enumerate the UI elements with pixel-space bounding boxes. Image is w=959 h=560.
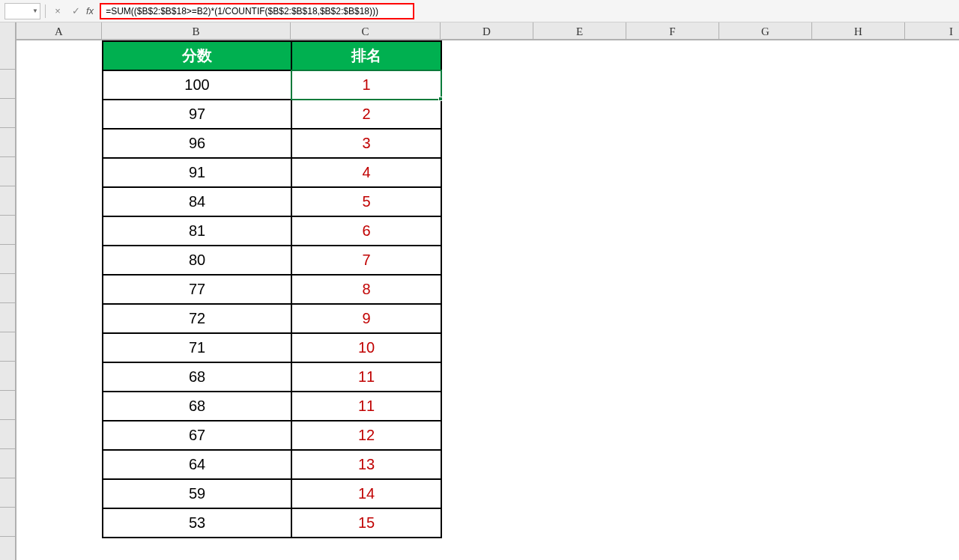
rank-cell[interactable]: 5: [291, 187, 441, 216]
score-cell[interactable]: 71: [103, 333, 291, 362]
header-row: 分数 排名: [103, 41, 441, 70]
column-header-A[interactable]: A: [16, 22, 102, 40]
formula-text: =SUM(($B$2:$B$18>=B2)*(1/COUNTIF($B$2:$B…: [106, 6, 378, 16]
row-header[interactable]: [0, 128, 16, 157]
score-cell[interactable]: 68: [103, 362, 291, 392]
score-cell[interactable]: 96: [103, 129, 291, 158]
grid: 分数 排名 1001972963914845816807778729711068…: [0, 40, 959, 560]
table-row: 1001: [103, 70, 441, 100]
row-header[interactable]: [0, 303, 16, 332]
column-headers: ABCDEFGHI: [0, 22, 959, 40]
table-row: 5914: [103, 479, 441, 508]
score-cell[interactable]: 72: [103, 304, 291, 333]
rank-cell[interactable]: 9: [291, 304, 441, 333]
table-row: 778: [103, 275, 441, 304]
score-cell[interactable]: 84: [103, 187, 291, 216]
rank-cell[interactable]: 1: [291, 70, 441, 100]
table-row: 6712: [103, 421, 441, 450]
score-cell[interactable]: 97: [103, 100, 291, 129]
rank-cell[interactable]: 3: [291, 129, 441, 158]
table-row: 5315: [103, 508, 441, 538]
formula-input[interactable]: =SUM(($B$2:$B$18>=B2)*(1/COUNTIF($B$2:$B…: [100, 3, 414, 19]
score-cell[interactable]: 59: [103, 479, 291, 508]
score-cell[interactable]: 91: [103, 158, 291, 187]
name-box[interactable]: ▼: [4, 3, 40, 19]
score-cell[interactable]: 81: [103, 216, 291, 246]
row-header[interactable]: [0, 40, 16, 70]
rank-cell[interactable]: 11: [291, 392, 441, 421]
cancel-formula-button[interactable]: ×: [50, 4, 65, 19]
score-cell[interactable]: 68: [103, 392, 291, 421]
divider: [45, 4, 46, 18]
row-header[interactable]: [0, 332, 16, 362]
row-headers: [0, 40, 16, 560]
table-row: 7110: [103, 333, 441, 362]
rank-cell[interactable]: 14: [291, 479, 441, 508]
table-row: 845: [103, 187, 441, 216]
cells-area[interactable]: 分数 排名 1001972963914845816807778729711068…: [16, 40, 959, 560]
column-header-G[interactable]: G: [719, 22, 812, 40]
row-header[interactable]: [0, 70, 16, 99]
score-cell[interactable]: 100: [103, 70, 291, 100]
rank-cell[interactable]: 10: [291, 333, 441, 362]
table-row: 6811: [103, 362, 441, 392]
row-header[interactable]: [0, 186, 16, 216]
column-header-I[interactable]: I: [905, 22, 959, 40]
table-row: 972: [103, 100, 441, 129]
rank-cell[interactable]: 6: [291, 216, 441, 246]
score-cell[interactable]: 77: [103, 275, 291, 304]
header-score[interactable]: 分数: [103, 41, 291, 70]
row-header[interactable]: [0, 478, 16, 508]
table-row: 807: [103, 246, 441, 275]
header-rank[interactable]: 排名: [291, 41, 441, 70]
rank-cell[interactable]: 4: [291, 158, 441, 187]
rank-cell[interactable]: 15: [291, 508, 441, 538]
table-row: 963: [103, 129, 441, 158]
rank-cell[interactable]: 8: [291, 275, 441, 304]
column-header-D[interactable]: D: [441, 22, 533, 40]
column-header-F[interactable]: F: [626, 22, 719, 40]
dropdown-icon[interactable]: ▼: [32, 7, 38, 14]
rank-cell[interactable]: 12: [291, 421, 441, 450]
row-header[interactable]: [0, 245, 16, 274]
rank-cell[interactable]: 13: [291, 450, 441, 479]
row-header[interactable]: [0, 216, 16, 245]
rank-cell[interactable]: 7: [291, 246, 441, 275]
row-header[interactable]: [0, 391, 16, 420]
row-header[interactable]: [0, 362, 16, 391]
table-row: 6811: [103, 392, 441, 421]
column-header-B[interactable]: B: [102, 22, 291, 40]
enter-formula-button[interactable]: ✓: [68, 4, 83, 19]
formula-bar: ▼ × ✓ fx =SUM(($B$2:$B$18>=B2)*(1/COUNTI…: [0, 0, 959, 22]
rank-cell[interactable]: 11: [291, 362, 441, 392]
row-header[interactable]: [0, 449, 16, 478]
score-cell[interactable]: 53: [103, 508, 291, 538]
row-header[interactable]: [0, 420, 16, 449]
column-header-E[interactable]: E: [533, 22, 626, 40]
score-cell[interactable]: 67: [103, 421, 291, 450]
select-all-corner[interactable]: [0, 22, 16, 40]
column-header-C[interactable]: C: [291, 22, 441, 40]
row-header[interactable]: [0, 508, 16, 537]
table-row: 729: [103, 304, 441, 333]
score-cell[interactable]: 80: [103, 246, 291, 275]
fx-label[interactable]: fx: [86, 5, 94, 16]
rank-cell[interactable]: 2: [291, 100, 441, 129]
row-header[interactable]: [0, 157, 16, 186]
data-table: 分数 排名 1001972963914845816807778729711068…: [102, 40, 442, 538]
row-header[interactable]: [0, 99, 16, 128]
table-row: 816: [103, 216, 441, 246]
column-header-H[interactable]: H: [812, 22, 905, 40]
table-row: 914: [103, 158, 441, 187]
table-row: 6413: [103, 450, 441, 479]
score-cell[interactable]: 64: [103, 450, 291, 479]
row-header[interactable]: [0, 274, 16, 303]
row-header[interactable]: [0, 537, 16, 560]
